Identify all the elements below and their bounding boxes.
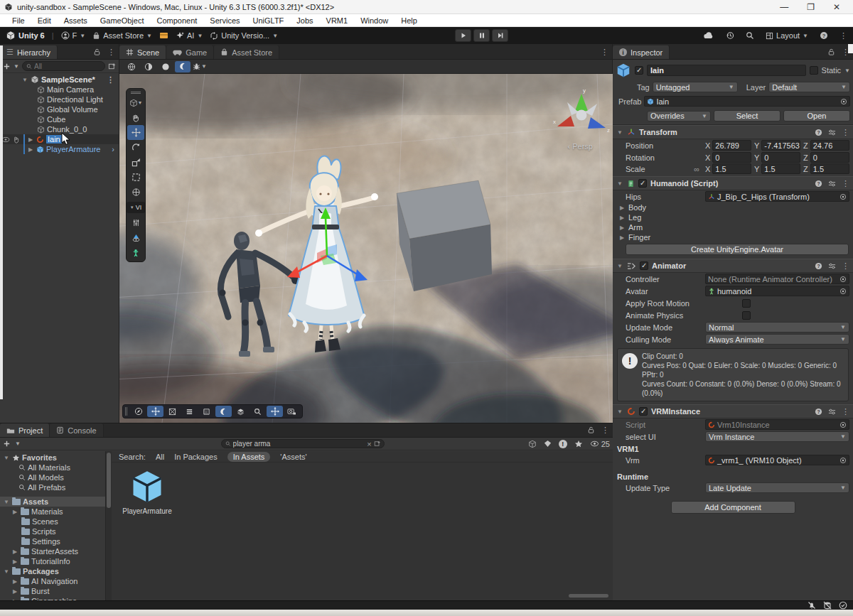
shading-mode-button[interactable] — [124, 61, 139, 72]
favorite-all-prefabs[interactable]: All Prefabs — [0, 482, 105, 492]
object-picker-icon[interactable] — [840, 98, 847, 105]
object-picker-icon[interactable] — [839, 193, 847, 200]
tag-dropdown[interactable]: Untagged▼ — [653, 82, 738, 92]
tab-hierarchy[interactable]: ☰ Hierarchy — [0, 45, 58, 59]
ai-dropdown[interactable]: AI▼ — [176, 31, 203, 40]
lock-icon[interactable] — [93, 48, 101, 56]
preset-icon[interactable] — [828, 408, 836, 416]
menu-vrm1[interactable]: VRM1 — [320, 16, 355, 25]
position-z-field[interactable]: 24.76 — [810, 140, 849, 151]
component-enabled-checkbox[interactable] — [639, 407, 648, 416]
foldout-finger[interactable]: ▶Finger — [613, 232, 853, 242]
object-picker-icon[interactable] — [839, 288, 847, 295]
scope-all[interactable]: All — [156, 453, 164, 461]
foldout-icon[interactable]: ▶ — [27, 136, 34, 143]
scale-z-field[interactable]: 1.5 — [810, 163, 849, 174]
project-search[interactable]: × — [221, 439, 385, 448]
favorites-filter-icon[interactable] — [574, 440, 583, 448]
packages-root[interactable]: ▼Packages — [0, 566, 105, 576]
menu-edit[interactable]: Edit — [31, 16, 58, 25]
new-window-icon[interactable] — [108, 63, 116, 70]
close-button[interactable]: ✕ — [833, 2, 840, 12]
undo-history-icon[interactable] — [726, 31, 734, 40]
scope-in-packages[interactable]: In Packages — [174, 453, 218, 461]
tab-inspector[interactable]: i Inspector — [613, 45, 670, 59]
prefab-open-chevron[interactable]: › — [112, 145, 119, 153]
project-search-input[interactable] — [233, 440, 365, 448]
update-mode-dropdown[interactable]: Normal▼ — [705, 322, 849, 333]
object-picker-icon[interactable] — [839, 421, 847, 428]
hierarchy-item-chunk[interactable]: Chunk_0_0 — [0, 124, 119, 134]
select-ui-dropdown[interactable]: Vrm Instance▼ — [705, 431, 849, 442]
avatar-visibility-tool[interactable] — [127, 230, 144, 245]
hips-object-field[interactable]: J_Bip_C_Hips (Transform) — [705, 191, 849, 202]
debug-mode-button[interactable]: ▼ — [192, 61, 208, 72]
transform-tool[interactable] — [127, 185, 144, 200]
2d-mode-button[interactable] — [158, 61, 173, 72]
cloud-icon[interactable] — [703, 31, 714, 40]
rotation-x-field[interactable]: 0 — [712, 152, 751, 163]
folder-scripts[interactable]: Scripts — [0, 526, 105, 536]
layer-dropdown[interactable]: Default▼ — [768, 82, 850, 92]
component-kebab-menu[interactable]: ⋮ — [842, 261, 849, 271]
preset-icon[interactable] — [828, 129, 836, 136]
gameobject-name-field[interactable] — [647, 65, 806, 76]
foldout-icon[interactable]: ▼ — [21, 77, 28, 83]
move-overlay-button[interactable] — [147, 406, 163, 417]
component-kebab-menu[interactable]: ⋮ — [842, 128, 849, 137]
menu-gameobject[interactable]: GameObject — [94, 16, 151, 25]
favorite-all-materials[interactable]: All Materials — [0, 463, 105, 472]
folder-settings[interactable]: Settings — [0, 536, 105, 546]
rotation-y-field[interactable]: 0 — [761, 152, 800, 163]
hierarchy-item-directional-light[interactable]: Directional Light — [0, 94, 119, 104]
toolbar-kebab-menu[interactable]: ⋮ — [839, 31, 847, 40]
hierarchy-item-global-volume[interactable]: Global Volume — [0, 104, 119, 114]
prefab-select-button[interactable]: Select — [714, 110, 780, 121]
hierarchy-scene-row[interactable]: ▼ SampleScene* ⋮ — [0, 75, 119, 85]
view-tool-hand[interactable] — [127, 110, 144, 125]
cache-server-icon[interactable] — [823, 601, 832, 610]
notifications-muted-icon[interactable] — [808, 601, 816, 610]
folder-starterassets[interactable]: ▶StarterAssets — [0, 546, 105, 556]
assets-root[interactable]: ▼Assets — [0, 497, 105, 507]
asset-filter-icon[interactable] — [528, 440, 537, 448]
object-picker-icon[interactable] — [839, 276, 847, 283]
scale-tool[interactable] — [127, 155, 144, 170]
add-object-icon[interactable] — [3, 63, 11, 70]
hierarchy-item-main-camera[interactable]: Main Camera — [0, 85, 119, 94]
folder-tutorialinfo[interactable]: ▶TutorialInfo — [0, 556, 105, 566]
rect-tool[interactable] — [127, 170, 144, 185]
hierarchy-kebab-menu[interactable]: ⋮ — [107, 48, 115, 57]
help-icon[interactable] — [815, 129, 822, 136]
scene-lighting-toggle[interactable] — [175, 61, 191, 72]
asset-playerarmature[interactable]: PlayerArmature — [120, 468, 174, 515]
rotate-tool[interactable] — [127, 140, 144, 155]
animator-component-header[interactable]: ▼ Animator ⋮ — [613, 259, 853, 273]
overlay-drag-handle[interactable] — [125, 407, 127, 416]
horizontal-scrollbar[interactable] — [112, 593, 613, 598]
play-button[interactable] — [455, 29, 471, 42]
position-y-field[interactable]: -7.417563e — [761, 140, 800, 151]
scene-pickability-icon[interactable] — [12, 136, 20, 144]
tab-game[interactable]: Game — [166, 45, 214, 59]
pause-button[interactable] — [473, 29, 490, 42]
unity-hub-button[interactable]: Unity 6 — [6, 31, 45, 40]
preset-icon[interactable] — [828, 262, 836, 270]
script-object-field[interactable]: Vrm10Instance — [705, 419, 849, 430]
search-by-type-icon[interactable] — [374, 440, 380, 448]
static-checkbox[interactable] — [810, 66, 818, 75]
object-picker-icon[interactable] — [839, 457, 847, 464]
search-overlay-button[interactable] — [250, 406, 266, 417]
account-dropdown[interactable]: F▼ — [61, 31, 86, 40]
lock-icon[interactable] — [827, 48, 835, 56]
add-component-button[interactable]: Add Component — [671, 501, 795, 514]
scope-in-assets[interactable]: In Assets — [227, 452, 271, 462]
foldout-body[interactable]: ▶Body — [613, 202, 853, 212]
scene-kebab-menu[interactable]: ⋮ — [601, 48, 608, 57]
link-scale-icon[interactable]: ∞ — [694, 165, 702, 173]
culling-mode-dropdown[interactable]: Always Animate▼ — [705, 334, 849, 345]
help-icon[interactable] — [815, 408, 822, 416]
search-icon[interactable] — [746, 31, 754, 40]
folder-materials[interactable]: ▶Materials — [0, 507, 105, 517]
tab-console[interactable]: Console — [50, 423, 103, 437]
